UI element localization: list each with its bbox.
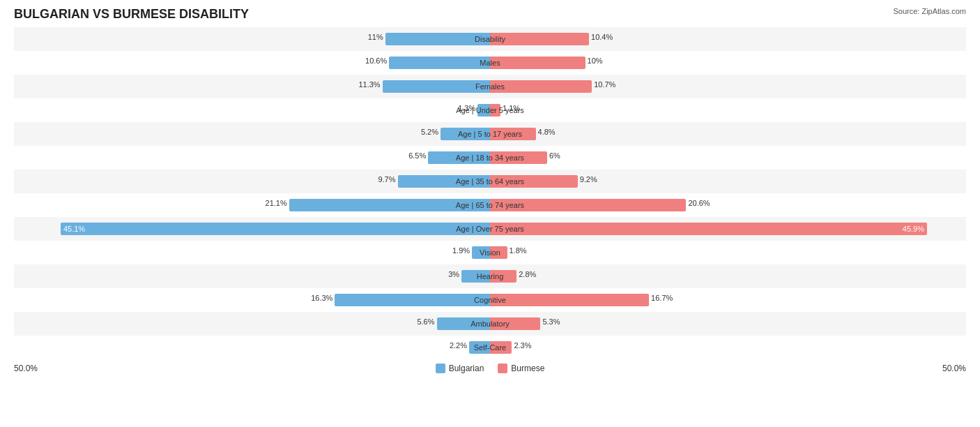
bar-container: 16.3% Cognitive 16.7% [14,288,966,312]
center-label: Self-Care [474,343,506,352]
chart-row: 10.6% Males 10% [14,51,966,75]
chart-area: 11% Disability 10.4% 10.6% Males 10% [14,27,966,359]
right-bar: 10.7% [490,80,592,93]
left-value: 11% [368,33,383,41]
chart-row: 16.3% Cognitive 16.7% [14,288,966,312]
bar-container: 9.7% Age | 35 to 64 years 9.2% [14,170,966,193]
center-label: Ambulatory [470,320,510,328]
chart-row: 9.7% Age | 35 to 64 years 9.2% [14,170,966,193]
bar-container: 45.1% Age | Over 75 years 45.9% [14,217,966,241]
footer-right-label: 50.0% [942,364,966,373]
right-bar-wrapper: 16.7% [490,294,649,306]
center-label: Age | Over 75 years [456,225,524,233]
bar-container: 1.9% Vision 1.8% [14,241,966,264]
bar-container: 10.6% Males 10% [14,51,966,75]
right-value: 1.8% [510,246,527,255]
footer-left-label: 50.0% [14,364,38,373]
left-value: 9.7% [378,175,395,183]
chart-row: 6.5% Age | 18 to 34 years 6% [14,146,966,170]
left-bar-wrapper: 45.1% [61,223,490,235]
center-label: Age | 5 to 17 years [458,130,522,138]
left-bar: 11.3% [383,80,490,93]
left-bar-wrapper: 10.6% [389,57,490,69]
page-title: BULGARIAN VS BURMESE DISABILITY [14,7,249,22]
right-value: 45.9% [903,225,924,233]
right-bar-wrapper: 10.7% [490,80,592,93]
left-bar-wrapper: 16.3% [335,294,490,306]
bar-container: 3% Hearing 2.8% [14,264,966,288]
right-value: 5.3% [542,317,560,326]
left-value: 1.9% [452,246,470,255]
right-value: 2.8% [519,270,536,278]
center-label: Males [480,59,500,67]
center-label: Hearing [477,272,504,280]
right-value: 2.3% [514,341,531,350]
left-value: 2.2% [450,341,467,350]
chart-row: 11.3% Females 10.7% [14,75,966,98]
chart-row: 1.9% Vision 1.8% [14,241,966,264]
right-bar-wrapper: 45.9% [490,223,927,235]
center-label: Disability [475,35,505,43]
right-bar: 16.7% [490,294,649,306]
source-label: Source: ZipAtlas.com [893,7,966,15]
chart-row: 11% Disability 10.4% [14,27,966,51]
right-value: 10.4% [591,33,613,41]
right-value: 10% [588,57,603,65]
legend-label-burmese: Burmese [511,364,544,373]
bar-container: 11% Disability 10.4% [14,27,966,51]
center-label: Age | 35 to 64 years [456,177,524,186]
left-value: 3% [448,270,459,278]
bar-container: 5.2% Age | 5 to 17 years 4.8% [14,122,966,146]
chart-row: 1.3% Age | Under 5 years 1.1% [14,98,966,122]
right-value: 20.6% [688,199,710,207]
right-value: 4.8% [538,128,556,136]
center-label: Age | Under 5 years [456,106,524,114]
legend-label-bulgarian: Bulgarian [449,364,484,373]
bar-container: 2.2% Self-Care 2.3% [14,336,966,359]
left-bar: 10.6% [389,57,490,69]
right-value: 6% [549,151,560,160]
right-bar: 10% [490,57,585,69]
left-value: 16.3% [311,294,332,302]
chart-footer: 50.0% Bulgarian Burmese 50.0% [14,364,966,373]
header: BULGARIAN VS BURMESE DISABILITY Source: … [14,7,966,22]
left-bar: 45.1% [61,223,490,235]
legend-box-bulgarian [436,364,445,373]
left-value: 11.3% [358,80,380,89]
chart-row: 3% Hearing 2.8% [14,264,966,288]
right-value: 9.2% [580,175,597,183]
left-value: 21.1% [266,199,287,207]
chart-row: 21.1% Age | 65 to 74 years 20.6% [14,193,966,217]
center-label: Age | 65 to 74 years [456,201,524,209]
left-value: 45.1% [63,225,85,233]
bar-container: 6.5% Age | 18 to 34 years 6% [14,146,966,170]
legend: Bulgarian Burmese [436,364,545,373]
bar-container: 11.3% Females 10.7% [14,75,966,98]
right-value: 16.7% [651,294,673,302]
bar-container: 5.6% Ambulatory 5.3% [14,312,966,336]
center-label: Cognitive [474,296,506,304]
bar-container: 1.3% Age | Under 5 years 1.1% [14,98,966,122]
right-bar-wrapper: 10% [490,57,585,69]
bar-container: 21.1% Age | 65 to 74 years 20.6% [14,193,966,217]
chart-row: 45.1% Age | Over 75 years 45.9% [14,217,966,241]
chart-row: 5.6% Ambulatory 5.3% [14,312,966,336]
right-value: 10.7% [594,80,615,89]
center-label: Vision [480,248,500,257]
legend-box-burmese [498,364,507,373]
left-value: 5.2% [421,128,438,136]
chart-row: 2.2% Self-Care 2.3% [14,336,966,359]
left-bar-wrapper: 11.3% [383,80,490,93]
left-value: 6.5% [408,151,426,160]
right-bar: 45.9% [490,223,927,235]
chart-row: 5.2% Age | 5 to 17 years 4.8% [14,122,966,146]
left-value: 10.6% [365,57,387,65]
center-label: Females [475,82,505,91]
left-bar: 16.3% [335,294,490,306]
legend-item-burmese: Burmese [498,364,544,373]
legend-item-bulgarian: Bulgarian [436,364,484,373]
left-value: 5.6% [417,317,434,326]
center-label: Age | 18 to 34 years [456,153,524,162]
